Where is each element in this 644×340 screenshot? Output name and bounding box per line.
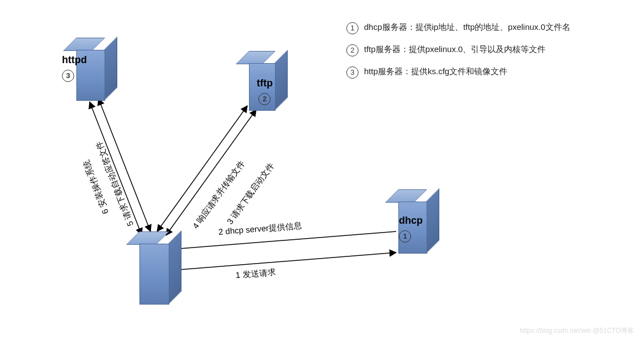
httpd-text: httpd bbox=[62, 54, 87, 65]
tftp-text: tftp bbox=[257, 78, 273, 89]
legend-text-2: tftp服务器：提供pxelinux.0、引导以及内核等文件 bbox=[364, 43, 634, 56]
legend: 1 dhcp服务器：提供ip地址、tftp的地址、pxelinux.0文件名 2… bbox=[346, 21, 634, 87]
legend-item-2: 2 tftp服务器：提供pxelinux.0、引导以及内核等文件 bbox=[346, 43, 634, 56]
svg-line-1 bbox=[173, 253, 396, 270]
dhcp-circled: 1 bbox=[399, 230, 411, 243]
watermark: https://blog.csdn.net/wei @51CTO博客 bbox=[520, 326, 634, 336]
svg-line-5 bbox=[90, 102, 142, 235]
node-tftp-label: tftp 2 bbox=[257, 78, 273, 105]
legend-item-3: 3 http服务器：提供ks.cfg文件和镜像文件 bbox=[346, 65, 634, 79]
node-httpd-label: httpd 3 bbox=[62, 54, 87, 82]
legend-item-1: 1 dhcp服务器：提供ip地址、tftp的地址、pxelinux.0文件名 bbox=[346, 21, 634, 34]
tftp-circled: 2 bbox=[258, 93, 271, 105]
diagram-canvas: httpd 3 tftp 2 dhcp 1 1 发送请求 2 dhcp serv… bbox=[0, 0, 644, 340]
legend-num-1: 1 bbox=[346, 22, 359, 34]
legend-num-3: 3 bbox=[346, 66, 359, 79]
legend-num-2: 2 bbox=[346, 44, 359, 56]
legend-text-1: dhcp服务器：提供ip地址、tftp的地址、pxelinux.0文件名 bbox=[364, 21, 634, 34]
legend-text-3: http服务器：提供ks.cfg文件和镜像文件 bbox=[364, 65, 634, 78]
svg-line-2 bbox=[166, 110, 256, 235]
svg-line-0 bbox=[173, 231, 396, 249]
dhcp-text: dhcp bbox=[399, 215, 423, 226]
node-dhcp-label: dhcp 1 bbox=[399, 215, 423, 243]
httpd-circled: 3 bbox=[62, 70, 74, 82]
